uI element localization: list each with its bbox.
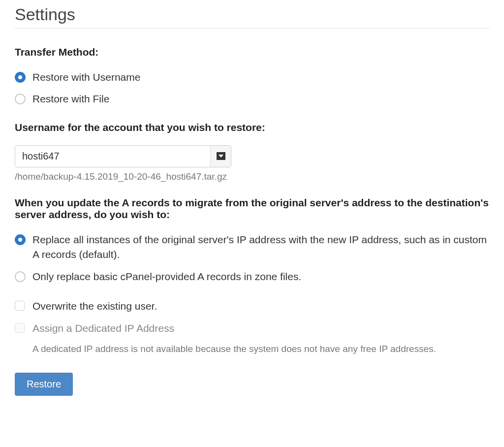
radio-replace-all[interactable]: Replace all instances of the original se… — [15, 232, 489, 262]
backup-path: /home/backup-4.15.2019_10-20-46_hosti647… — [15, 171, 489, 182]
radio-restore-username[interactable]: Restore with Username — [15, 70, 489, 85]
checkbox-label-dedicated-ip: Assign a Dedicated IP Address — [32, 321, 489, 336]
username-input[interactable] — [15, 146, 210, 167]
checkbox-overwrite-user[interactable]: Overwrite the existing user. — [15, 299, 489, 314]
checkbox-icon — [15, 323, 25, 333]
checkbox-icon — [15, 301, 25, 311]
transfer-method-group: Restore with Username Restore with File — [15, 70, 489, 107]
arecords-label: When you update the A records to migrate… — [15, 197, 489, 221]
restore-button[interactable]: Restore — [15, 373, 73, 396]
radio-icon — [15, 94, 26, 104]
username-label: Username for the account that you wish t… — [15, 122, 489, 133]
radio-icon — [15, 271, 26, 282]
radio-icon — [15, 72, 26, 83]
radio-replace-basic[interactable]: Only replace basic cPanel-provided A rec… — [15, 269, 489, 284]
arecords-group: Replace all instances of the original se… — [15, 232, 489, 284]
checkbox-label-overwrite: Overwrite the existing user. — [32, 299, 489, 314]
chevron-down-icon — [217, 152, 225, 160]
radio-icon — [15, 234, 26, 245]
radio-label-replace-all: Replace all instances of the original se… — [32, 232, 489, 262]
page-title: Settings — [15, 5, 489, 29]
radio-label-username: Restore with Username — [32, 70, 489, 85]
username-combo — [15, 145, 231, 167]
checkbox-dedicated-ip: Assign a Dedicated IP Address — [15, 321, 489, 336]
transfer-method-label: Transfer Method: — [15, 46, 489, 58]
radio-restore-file[interactable]: Restore with File — [15, 92, 489, 106]
radio-label-file: Restore with File — [32, 92, 489, 106]
radio-label-replace-basic: Only replace basic cPanel-provided A rec… — [32, 269, 489, 284]
dedicated-ip-help: A dedicated IP address is not available … — [15, 343, 489, 356]
username-dropdown-button[interactable] — [210, 146, 231, 167]
